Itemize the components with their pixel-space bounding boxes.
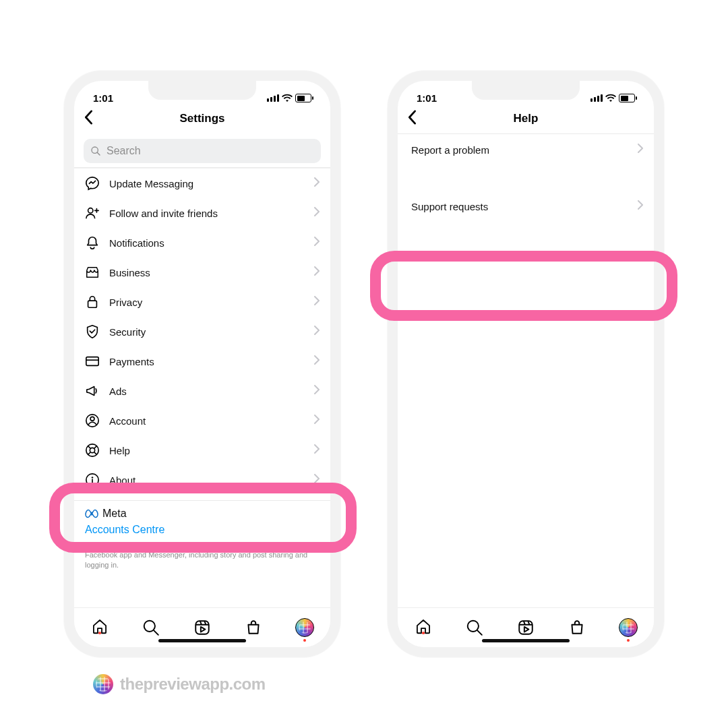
tab-profile[interactable] (619, 618, 638, 637)
search-placeholder: Search (107, 145, 141, 157)
tab-shop[interactable] (244, 618, 263, 637)
chevron-right-icon (314, 474, 320, 486)
settings-row-notifications[interactable]: Notifications (74, 228, 330, 257)
megaphone-icon (85, 384, 100, 398)
svg-rect-3 (88, 301, 97, 307)
back-button[interactable] (407, 110, 417, 127)
person-icon (85, 413, 100, 428)
phone-frame-right: 1:01 Help Report a problem (388, 71, 664, 657)
home-indicator (158, 639, 246, 642)
lock-icon (85, 295, 100, 309)
shield-icon (85, 324, 100, 339)
cellular-icon (589, 92, 603, 104)
chevron-right-icon (314, 177, 320, 189)
chevron-right-icon (314, 385, 320, 397)
settings-row-help[interactable]: Help (74, 435, 330, 465)
notification-dot (303, 639, 306, 642)
page-title: Settings (179, 112, 224, 125)
search-icon (90, 146, 101, 156)
battery-icon (619, 94, 635, 102)
tab-search[interactable] (465, 618, 484, 637)
chevron-right-icon (314, 296, 320, 308)
svg-point-13 (144, 621, 155, 632)
notification-dot (98, 632, 101, 634)
cellular-icon (266, 92, 279, 104)
wifi-icon (605, 92, 616, 104)
chevron-right-icon (638, 144, 643, 156)
svg-point-8 (86, 444, 98, 456)
help-list: Report a problem Support requests (398, 134, 654, 222)
meta-brand: Meta (102, 508, 127, 520)
notification-dot (422, 632, 425, 634)
screen-left: 1:01 Settings Search (74, 81, 330, 647)
shop-icon (245, 619, 262, 636)
chevron-right-icon (314, 266, 320, 278)
svg-line-1 (97, 152, 100, 155)
bell-icon (85, 235, 100, 250)
tab-profile[interactable] (295, 618, 314, 637)
add-friend-icon (85, 206, 100, 220)
settings-row-account[interactable]: Account (74, 406, 330, 435)
svg-point-16 (468, 621, 479, 632)
watermark-logo-icon (93, 674, 113, 694)
tab-reels[interactable] (516, 618, 535, 637)
meta-accounts-centre[interactable]: Meta Accounts Centre Control settings fo… (74, 501, 330, 580)
nav-header: Settings (74, 104, 330, 133)
battery-icon (295, 94, 311, 102)
search-icon (142, 619, 160, 636)
settings-row-about[interactable]: About (74, 465, 330, 495)
svg-line-17 (477, 630, 482, 635)
notch (148, 81, 256, 100)
svg-point-9 (90, 448, 94, 452)
help-row-support-requests[interactable]: Support requests (398, 191, 654, 222)
chevron-right-icon (314, 207, 320, 219)
back-button[interactable] (84, 110, 93, 127)
watermark-text: thepreviewapp.com (120, 675, 266, 694)
phone-frame-left: 1:01 Settings Search (64, 71, 340, 657)
tab-search[interactable] (142, 618, 160, 637)
home-indicator (482, 639, 570, 642)
wifi-icon (282, 92, 293, 104)
svg-line-14 (154, 630, 158, 635)
settings-row-ads[interactable]: Ads (74, 376, 330, 406)
reels-icon (193, 619, 211, 636)
settings-row-security[interactable]: Security (74, 317, 330, 346)
notification-dot (627, 639, 630, 642)
messenger-icon (85, 176, 100, 191)
svg-rect-4 (86, 357, 98, 366)
settings-row-business[interactable]: Business (74, 257, 330, 287)
settings-row-follow-invite[interactable]: Follow and invite friends (74, 198, 330, 228)
help-row-report-problem[interactable]: Report a problem (398, 134, 654, 165)
info-icon (85, 473, 100, 487)
screen-right: 1:01 Help Report a problem (398, 81, 654, 647)
search-icon (466, 619, 483, 636)
settings-row-payments[interactable]: Payments (74, 346, 330, 376)
chevron-right-icon (314, 326, 320, 338)
chevron-right-icon (314, 237, 320, 249)
settings-row-privacy[interactable]: Privacy (74, 287, 330, 317)
watermark: thepreviewapp.com (93, 674, 266, 694)
notch (472, 81, 580, 100)
tab-home[interactable] (414, 618, 433, 637)
reels-icon (517, 619, 535, 636)
shop-icon (568, 619, 586, 636)
avatar-icon (295, 618, 314, 637)
accounts-centre-link[interactable]: Accounts Centre (85, 524, 320, 536)
status-time: 1:01 (417, 92, 437, 104)
tab-home[interactable] (90, 618, 109, 637)
store-icon (85, 265, 100, 280)
page-title: Help (514, 112, 539, 125)
card-icon (85, 354, 100, 369)
chevron-right-icon (314, 444, 320, 456)
settings-row-update-messaging[interactable]: Update Messaging (74, 169, 330, 198)
chevron-right-icon (638, 200, 643, 212)
meta-description: Control settings for connected experienc… (85, 540, 320, 570)
meta-logo-icon (85, 509, 98, 518)
avatar-icon (619, 618, 638, 637)
svg-point-7 (90, 417, 94, 421)
svg-point-11 (92, 477, 93, 478)
search-input[interactable]: Search (84, 139, 321, 163)
tab-shop[interactable] (568, 618, 586, 637)
settings-list: Update Messaging Follow and invite frien… (74, 168, 330, 495)
tab-reels[interactable] (193, 618, 212, 637)
